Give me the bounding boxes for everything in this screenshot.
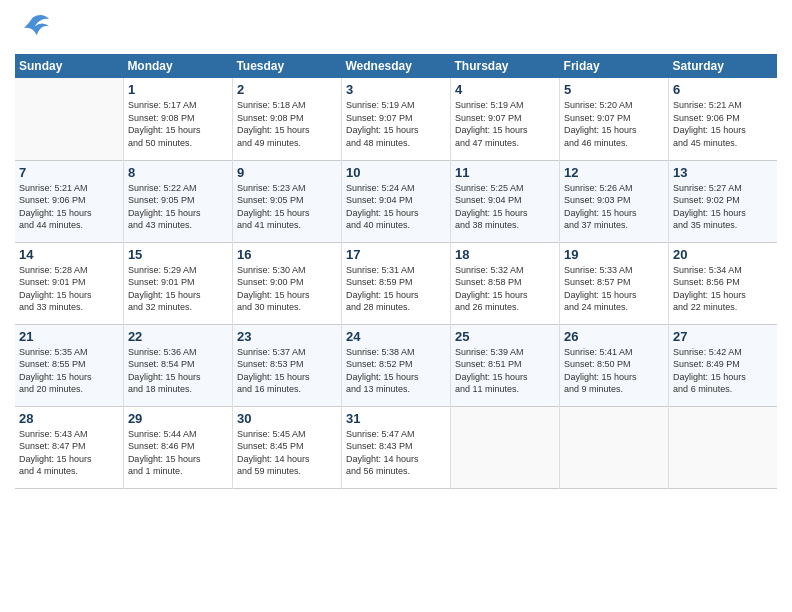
calendar-cell: 21Sunrise: 5:35 AM Sunset: 8:55 PM Dayli… bbox=[15, 324, 123, 406]
day-number: 10 bbox=[346, 165, 446, 180]
calendar-cell: 7Sunrise: 5:21 AM Sunset: 9:06 PM Daylig… bbox=[15, 160, 123, 242]
day-number: 26 bbox=[564, 329, 664, 344]
day-info: Sunrise: 5:43 AM Sunset: 8:47 PM Dayligh… bbox=[19, 428, 119, 478]
day-number: 5 bbox=[564, 82, 664, 97]
day-number: 31 bbox=[346, 411, 446, 426]
day-info: Sunrise: 5:45 AM Sunset: 8:45 PM Dayligh… bbox=[237, 428, 337, 478]
day-number: 15 bbox=[128, 247, 228, 262]
day-info: Sunrise: 5:20 AM Sunset: 9:07 PM Dayligh… bbox=[564, 99, 664, 149]
calendar-cell: 22Sunrise: 5:36 AM Sunset: 8:54 PM Dayli… bbox=[123, 324, 232, 406]
day-info: Sunrise: 5:21 AM Sunset: 9:06 PM Dayligh… bbox=[19, 182, 119, 232]
day-number: 3 bbox=[346, 82, 446, 97]
calendar-cell: 2Sunrise: 5:18 AM Sunset: 9:08 PM Daylig… bbox=[232, 78, 341, 160]
day-number: 28 bbox=[19, 411, 119, 426]
day-info: Sunrise: 5:36 AM Sunset: 8:54 PM Dayligh… bbox=[128, 346, 228, 396]
day-info: Sunrise: 5:26 AM Sunset: 9:03 PM Dayligh… bbox=[564, 182, 664, 232]
calendar-cell: 23Sunrise: 5:37 AM Sunset: 8:53 PM Dayli… bbox=[232, 324, 341, 406]
calendar-cell: 4Sunrise: 5:19 AM Sunset: 9:07 PM Daylig… bbox=[451, 78, 560, 160]
day-number: 8 bbox=[128, 165, 228, 180]
day-number: 12 bbox=[564, 165, 664, 180]
day-number: 2 bbox=[237, 82, 337, 97]
day-info: Sunrise: 5:42 AM Sunset: 8:49 PM Dayligh… bbox=[673, 346, 773, 396]
day-info: Sunrise: 5:39 AM Sunset: 8:51 PM Dayligh… bbox=[455, 346, 555, 396]
day-info: Sunrise: 5:21 AM Sunset: 9:06 PM Dayligh… bbox=[673, 99, 773, 149]
day-of-week-header: Monday bbox=[123, 54, 232, 78]
day-number: 21 bbox=[19, 329, 119, 344]
calendar-cell: 6Sunrise: 5:21 AM Sunset: 9:06 PM Daylig… bbox=[669, 78, 777, 160]
calendar-cell: 14Sunrise: 5:28 AM Sunset: 9:01 PM Dayli… bbox=[15, 242, 123, 324]
day-info: Sunrise: 5:31 AM Sunset: 8:59 PM Dayligh… bbox=[346, 264, 446, 314]
day-number: 17 bbox=[346, 247, 446, 262]
calendar-cell: 25Sunrise: 5:39 AM Sunset: 8:51 PM Dayli… bbox=[451, 324, 560, 406]
calendar-cell bbox=[669, 406, 777, 488]
day-info: Sunrise: 5:47 AM Sunset: 8:43 PM Dayligh… bbox=[346, 428, 446, 478]
day-info: Sunrise: 5:29 AM Sunset: 9:01 PM Dayligh… bbox=[128, 264, 228, 314]
day-info: Sunrise: 5:32 AM Sunset: 8:58 PM Dayligh… bbox=[455, 264, 555, 314]
day-info: Sunrise: 5:41 AM Sunset: 8:50 PM Dayligh… bbox=[564, 346, 664, 396]
calendar-week-row: 28Sunrise: 5:43 AM Sunset: 8:47 PM Dayli… bbox=[15, 406, 777, 488]
day-number: 4 bbox=[455, 82, 555, 97]
day-info: Sunrise: 5:22 AM Sunset: 9:05 PM Dayligh… bbox=[128, 182, 228, 232]
day-number: 7 bbox=[19, 165, 119, 180]
day-number: 23 bbox=[237, 329, 337, 344]
calendar-cell: 11Sunrise: 5:25 AM Sunset: 9:04 PM Dayli… bbox=[451, 160, 560, 242]
day-number: 14 bbox=[19, 247, 119, 262]
day-number: 19 bbox=[564, 247, 664, 262]
day-of-week-header: Thursday bbox=[451, 54, 560, 78]
day-number: 6 bbox=[673, 82, 773, 97]
calendar-cell: 17Sunrise: 5:31 AM Sunset: 8:59 PM Dayli… bbox=[341, 242, 450, 324]
day-info: Sunrise: 5:37 AM Sunset: 8:53 PM Dayligh… bbox=[237, 346, 337, 396]
day-info: Sunrise: 5:34 AM Sunset: 8:56 PM Dayligh… bbox=[673, 264, 773, 314]
calendar-table: SundayMondayTuesdayWednesdayThursdayFrid… bbox=[15, 54, 777, 489]
day-info: Sunrise: 5:19 AM Sunset: 9:07 PM Dayligh… bbox=[346, 99, 446, 149]
day-of-week-header: Saturday bbox=[669, 54, 777, 78]
day-info: Sunrise: 5:19 AM Sunset: 9:07 PM Dayligh… bbox=[455, 99, 555, 149]
calendar-cell: 10Sunrise: 5:24 AM Sunset: 9:04 PM Dayli… bbox=[341, 160, 450, 242]
calendar-cell bbox=[560, 406, 669, 488]
day-of-week-header: Wednesday bbox=[341, 54, 450, 78]
day-info: Sunrise: 5:30 AM Sunset: 9:00 PM Dayligh… bbox=[237, 264, 337, 314]
day-info: Sunrise: 5:44 AM Sunset: 8:46 PM Dayligh… bbox=[128, 428, 228, 478]
calendar-cell: 24Sunrise: 5:38 AM Sunset: 8:52 PM Dayli… bbox=[341, 324, 450, 406]
calendar-cell: 20Sunrise: 5:34 AM Sunset: 8:56 PM Dayli… bbox=[669, 242, 777, 324]
logo-icon bbox=[15, 10, 51, 46]
day-info: Sunrise: 5:35 AM Sunset: 8:55 PM Dayligh… bbox=[19, 346, 119, 396]
calendar-week-row: 1Sunrise: 5:17 AM Sunset: 9:08 PM Daylig… bbox=[15, 78, 777, 160]
logo bbox=[15, 10, 55, 46]
day-info: Sunrise: 5:28 AM Sunset: 9:01 PM Dayligh… bbox=[19, 264, 119, 314]
main-container: SundayMondayTuesdayWednesdayThursdayFrid… bbox=[0, 0, 792, 499]
day-info: Sunrise: 5:27 AM Sunset: 9:02 PM Dayligh… bbox=[673, 182, 773, 232]
calendar-cell: 13Sunrise: 5:27 AM Sunset: 9:02 PM Dayli… bbox=[669, 160, 777, 242]
day-info: Sunrise: 5:24 AM Sunset: 9:04 PM Dayligh… bbox=[346, 182, 446, 232]
calendar-cell: 15Sunrise: 5:29 AM Sunset: 9:01 PM Dayli… bbox=[123, 242, 232, 324]
calendar-cell: 28Sunrise: 5:43 AM Sunset: 8:47 PM Dayli… bbox=[15, 406, 123, 488]
day-number: 9 bbox=[237, 165, 337, 180]
day-of-week-header: Sunday bbox=[15, 54, 123, 78]
calendar-cell: 19Sunrise: 5:33 AM Sunset: 8:57 PM Dayli… bbox=[560, 242, 669, 324]
calendar-cell: 18Sunrise: 5:32 AM Sunset: 8:58 PM Dayli… bbox=[451, 242, 560, 324]
calendar-cell: 31Sunrise: 5:47 AM Sunset: 8:43 PM Dayli… bbox=[341, 406, 450, 488]
day-info: Sunrise: 5:33 AM Sunset: 8:57 PM Dayligh… bbox=[564, 264, 664, 314]
day-number: 24 bbox=[346, 329, 446, 344]
day-of-week-header: Friday bbox=[560, 54, 669, 78]
calendar-cell bbox=[15, 78, 123, 160]
day-number: 27 bbox=[673, 329, 773, 344]
day-info: Sunrise: 5:38 AM Sunset: 8:52 PM Dayligh… bbox=[346, 346, 446, 396]
day-number: 30 bbox=[237, 411, 337, 426]
calendar-cell: 1Sunrise: 5:17 AM Sunset: 9:08 PM Daylig… bbox=[123, 78, 232, 160]
calendar-cell: 29Sunrise: 5:44 AM Sunset: 8:46 PM Dayli… bbox=[123, 406, 232, 488]
day-number: 11 bbox=[455, 165, 555, 180]
day-info: Sunrise: 5:23 AM Sunset: 9:05 PM Dayligh… bbox=[237, 182, 337, 232]
day-number: 29 bbox=[128, 411, 228, 426]
day-info: Sunrise: 5:25 AM Sunset: 9:04 PM Dayligh… bbox=[455, 182, 555, 232]
day-number: 22 bbox=[128, 329, 228, 344]
calendar-cell: 3Sunrise: 5:19 AM Sunset: 9:07 PM Daylig… bbox=[341, 78, 450, 160]
calendar-cell: 16Sunrise: 5:30 AM Sunset: 9:00 PM Dayli… bbox=[232, 242, 341, 324]
calendar-week-row: 7Sunrise: 5:21 AM Sunset: 9:06 PM Daylig… bbox=[15, 160, 777, 242]
calendar-cell: 5Sunrise: 5:20 AM Sunset: 9:07 PM Daylig… bbox=[560, 78, 669, 160]
day-number: 1 bbox=[128, 82, 228, 97]
day-of-week-header: Tuesday bbox=[232, 54, 341, 78]
calendar-cell: 30Sunrise: 5:45 AM Sunset: 8:45 PM Dayli… bbox=[232, 406, 341, 488]
calendar-cell: 9Sunrise: 5:23 AM Sunset: 9:05 PM Daylig… bbox=[232, 160, 341, 242]
day-info: Sunrise: 5:17 AM Sunset: 9:08 PM Dayligh… bbox=[128, 99, 228, 149]
